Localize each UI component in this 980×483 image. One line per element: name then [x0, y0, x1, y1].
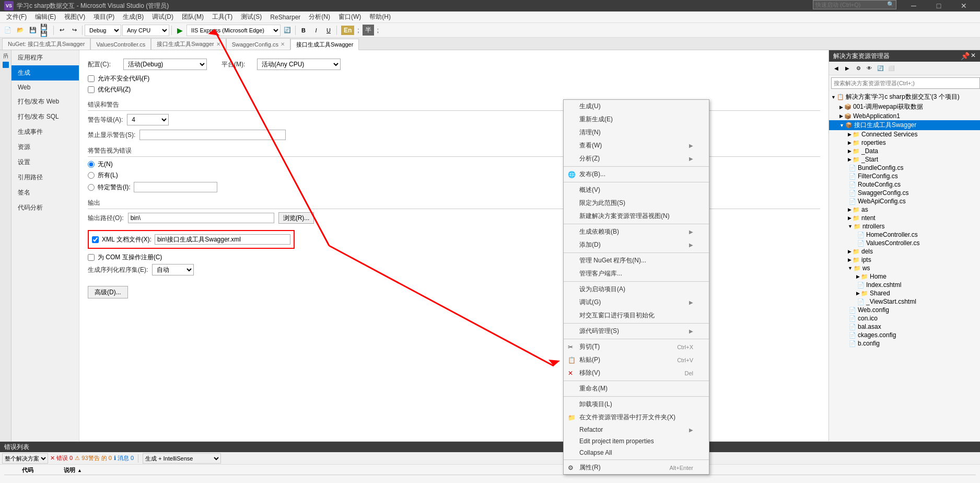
ctx-cut[interactable]: ✂ 剪切(T) Ctrl+X [564, 340, 709, 353]
all-radio[interactable] [88, 172, 95, 179]
ctx-paste[interactable]: 📋 粘贴(P) Ctrl+V [564, 353, 709, 366]
suppress-warnings-input[interactable] [139, 130, 286, 140]
menu-help[interactable]: 帮助(H) [365, 12, 395, 22]
ctx-analyze[interactable]: 分析(Z) ▶ [564, 152, 709, 165]
new-project-btn[interactable]: 📄 [2, 25, 14, 36]
ctx-rename[interactable]: 重命名(M) [564, 382, 709, 395]
specific-radio[interactable] [88, 184, 95, 191]
scope-combo[interactable]: 整个解决方案 [2, 453, 48, 464]
tree-item-webconfig[interactable]: 📄 Web.config [829, 306, 980, 314]
menu-test[interactable]: 测试(S) [237, 12, 266, 22]
ctx-refactor[interactable]: Refactor ▶ [564, 424, 709, 435]
collapse-all-btn[interactable]: ⬜ [886, 63, 896, 74]
tree-item-webapp1[interactable]: ▶ 📦 WebApplication1 [829, 112, 980, 120]
sidebar-item-ref-paths[interactable]: 引用路径 [11, 170, 79, 185]
ctx-dependencies[interactable]: 生成依赖项(B) ▶ [564, 225, 709, 238]
browse-button[interactable]: 浏览(R)... [278, 212, 314, 224]
output-path-input[interactable] [128, 213, 274, 223]
tree-item-webapi[interactable]: 📄 WebApiConfig.cs [829, 197, 980, 205]
menu-build[interactable]: 生成(B) [119, 12, 148, 22]
tree-item-viewstart[interactable]: 📄 _ViewStart.cshtml [829, 297, 980, 306]
italic-btn[interactable]: I [310, 25, 322, 36]
run-target-combo[interactable]: IIS Express (Microsoft Edge) [186, 25, 281, 36]
ctx-publish[interactable]: 🌐 发布(B)... [564, 168, 709, 181]
refresh-panel-btn[interactable]: 🔄 [875, 63, 885, 74]
sidebar-item-web[interactable]: Web [11, 80, 79, 94]
underline-btn[interactable]: U [323, 25, 334, 36]
ctx-set-startup[interactable]: 设为启动项目(A) [564, 283, 709, 296]
tree-item-swagger-project[interactable]: ▼ 📦 接口生成工具Swagger [829, 120, 980, 130]
tree-item-wconfig[interactable]: 📄 b.config [829, 339, 980, 348]
tree-item-ws[interactable]: ▼ 📁 ws [829, 264, 980, 272]
platform-combo[interactable]: Any CPU [122, 25, 169, 36]
tree-item-ipts[interactable]: ▶ 📁 ipts [829, 256, 980, 264]
bold-btn[interactable]: B [298, 25, 309, 36]
tree-item-home-folder[interactable]: ▶ 📁 Home [829, 272, 980, 281]
tree-item-homecontroller[interactable]: 📄 HomeController.cs [829, 231, 980, 239]
menu-resharper[interactable]: ReSharper [266, 13, 305, 22]
ctx-nuget[interactable]: 管理 NuGet 程序包(N)... [564, 254, 709, 267]
tree-item-filter[interactable]: 📄 FilterConfig.cs [829, 172, 980, 180]
ctx-rebuild[interactable]: 重新生成(E) [564, 113, 709, 126]
quick-launch-input[interactable] [813, 0, 896, 9]
ctx-properties[interactable]: ⚙ 属性(R) Alt+Enter [564, 461, 709, 474]
tab-close-swaggerconfig[interactable]: ✕ [281, 41, 285, 47]
sidebar-item-resources[interactable]: 资源 [11, 140, 79, 155]
tree-item-ntent[interactable]: ▶ 📁 ntent [829, 214, 980, 222]
ctx-debug[interactable]: 调试(G) ▶ [564, 296, 709, 309]
tree-item-route[interactable]: 📄 RouteConfig.cs [829, 180, 980, 189]
ime-other-btn[interactable]: ; [375, 26, 381, 35]
sidebar-item-publish-web[interactable]: 打包/发布 Web [11, 94, 79, 109]
ctx-add[interactable]: 添加(D) ▶ [564, 238, 709, 251]
ctx-unload[interactable]: 卸载项目(L) [564, 398, 709, 411]
platform-select[interactable]: 活动(Any CPU) [257, 59, 341, 70]
menu-tools[interactable]: 工具(T) [208, 12, 237, 22]
ime-half-btn[interactable]: 半 [363, 25, 374, 36]
tree-item-swaggerconfig[interactable]: 📄 SwaggerConfig.cs [829, 189, 980, 197]
tree-item-bundle[interactable]: 📄 BundleConfig.cs [829, 164, 980, 172]
xml-doc-input[interactable] [155, 234, 290, 245]
close-button[interactable]: ✕ [952, 0, 976, 12]
menu-analyze[interactable]: 分析(N) [305, 12, 334, 22]
maximize-button[interactable]: □ [927, 0, 951, 12]
message-count[interactable]: ℹ 消息 0 [114, 454, 134, 462]
tree-item-dels[interactable]: ▶ 📁 dels [829, 247, 980, 256]
warning-count[interactable]: ⚠ 93警告 的 0 [75, 454, 112, 462]
tab-swagger-config[interactable]: SwaggerConfig.cs ✕ [226, 38, 290, 50]
menu-project[interactable]: 项目(P) [89, 12, 119, 22]
tree-item-as[interactable]: ▶ 📁 as [829, 205, 980, 214]
optimize-checkbox[interactable] [88, 86, 95, 93]
specific-input[interactable] [134, 182, 217, 192]
menu-team[interactable]: 团队(M) [178, 12, 208, 22]
tree-item-valuescontroller[interactable]: 📄 ValuesController.cs [829, 239, 980, 247]
error-count[interactable]: ✕ 错误 0 [50, 454, 73, 462]
tree-item-start[interactable]: ▶ 📁 _Start [829, 155, 980, 164]
ctx-overview[interactable]: 概述(V) [564, 183, 709, 197]
panel-pin-btn[interactable]: 📌 [961, 52, 970, 60]
tab-nuget[interactable]: NuGet: 接口生成工具Swagger [2, 38, 90, 50]
menu-debug[interactable]: 调试(D) [148, 12, 178, 22]
ctx-clean[interactable]: 清理(N) [564, 126, 709, 139]
minimize-button[interactable]: ─ [902, 0, 926, 12]
unsafe-code-checkbox[interactable] [88, 75, 95, 82]
refresh-btn[interactable]: 🔄 [282, 25, 293, 36]
com-interop-checkbox[interactable] [88, 254, 95, 261]
tree-item-project001[interactable]: ▶ 📦 001-调用wepapi获取数据 [829, 102, 980, 112]
run-btn[interactable]: ▶ [174, 25, 185, 36]
tree-item-global[interactable]: 📄 bal.asax [829, 323, 980, 331]
back-btn[interactable]: ◀ [831, 63, 842, 74]
panel-close-btn[interactable]: ✕ [971, 52, 976, 60]
left-indicator[interactable]: tE [3, 51, 9, 61]
menu-window[interactable]: 窗口(W) [334, 12, 365, 22]
show-all-btn[interactable]: 👁 [864, 63, 874, 74]
sort-arrow[interactable]: ▲ [77, 468, 82, 473]
xml-doc-checkbox[interactable] [92, 236, 99, 243]
menu-view[interactable]: 视图(V) [60, 12, 89, 22]
sidebar-item-app[interactable]: 应用程序 [11, 50, 79, 65]
save-all-btn[interactable]: 💾💾 [40, 25, 51, 36]
ctx-scope[interactable]: 限定为此范围(S) [564, 197, 709, 210]
sidebar-item-build-events[interactable]: 生成事件 [11, 124, 79, 140]
undo-btn[interactable]: ↩ [56, 25, 67, 36]
forward-btn[interactable]: ▶ [842, 63, 853, 74]
tree-item-shared[interactable]: ▶ 📁 Shared [829, 289, 980, 297]
